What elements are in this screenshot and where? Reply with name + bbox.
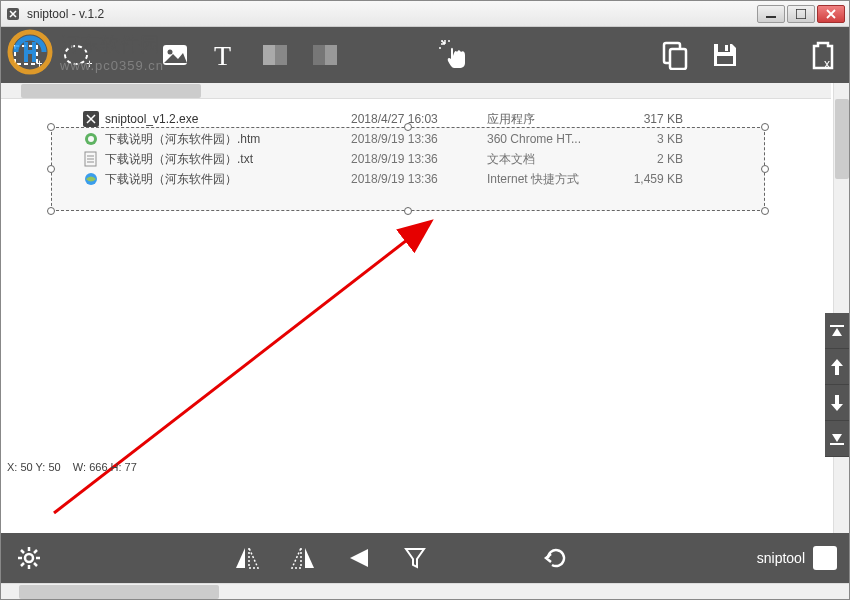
horizontal-scrollbar-bottom[interactable] (1, 583, 849, 599)
arrow-annotation (49, 213, 469, 523)
blur-tool-1-icon[interactable] (259, 39, 291, 71)
svg-rect-2 (796, 9, 806, 19)
flip-horizontal-icon[interactable] (231, 542, 263, 574)
resize-handle-n[interactable] (404, 123, 412, 131)
file-size: 317 KB (613, 112, 683, 126)
close-button[interactable] (817, 5, 845, 23)
perspective-icon[interactable] (343, 542, 375, 574)
settings-gear-icon[interactable] (13, 542, 45, 574)
vertical-scrollbar[interactable] (833, 83, 849, 533)
text-tool-icon[interactable]: T (209, 39, 241, 71)
resize-handle-s[interactable] (404, 207, 412, 215)
window-controls (757, 5, 845, 23)
brand: sniptool (757, 546, 837, 570)
svg-text:T: T (214, 40, 231, 70)
save-tool-icon[interactable] (709, 39, 741, 71)
status-coordinates: X: 50 Y: 50 W: 666 H: 77 (7, 461, 137, 473)
exe-icon (83, 111, 99, 127)
svg-point-16 (439, 47, 441, 49)
svg-rect-11 (263, 45, 275, 65)
flip-vertical-icon[interactable] (287, 542, 319, 574)
resize-handle-ne[interactable] (761, 123, 769, 131)
blur-tool-2-icon[interactable] (309, 39, 341, 71)
svg-point-34 (25, 554, 33, 562)
scroll-top-icon[interactable] (825, 313, 849, 349)
svg-line-39 (21, 550, 24, 553)
canvas[interactable]: sniptool_v1.2.exe 2018/4/27 16:03 应用程序 3… (19, 103, 829, 533)
watermark-title: 河东软件园 (60, 31, 164, 58)
side-toolbar (825, 313, 849, 457)
brand-text: sniptool (757, 550, 805, 566)
svg-rect-13 (325, 45, 337, 65)
selection-rectangle[interactable] (51, 127, 765, 211)
svg-rect-1 (766, 16, 776, 18)
pointer-tool-icon[interactable] (437, 39, 469, 71)
svg-line-40 (34, 563, 37, 566)
move-down-icon[interactable] (825, 385, 849, 421)
svg-rect-33 (830, 443, 844, 445)
svg-point-14 (441, 40, 443, 42)
copy-tool-icon[interactable] (659, 39, 691, 71)
svg-point-8 (168, 50, 173, 55)
window-frame: sniptool - v.1.2 + + T (0, 0, 850, 600)
svg-rect-21 (717, 56, 733, 64)
watermark: 河东软件园 www.pc0359.cn (6, 28, 164, 76)
svg-point-15 (448, 40, 450, 42)
resize-handle-nw[interactable] (47, 123, 55, 131)
file-type: 应用程序 (487, 111, 607, 128)
svg-text:x: x (824, 57, 830, 70)
svg-rect-32 (830, 325, 844, 327)
workspace: sniptool_v1.2.exe 2018/4/27 16:03 应用程序 3… (1, 83, 849, 533)
titlebar: sniptool - v.1.2 (1, 1, 849, 27)
app-icon (5, 6, 21, 22)
undo-icon[interactable] (539, 542, 571, 574)
resize-handle-se[interactable] (761, 207, 769, 215)
watermark-url: www.pc0359.cn (60, 58, 164, 73)
svg-line-42 (34, 550, 37, 553)
scroll-bottom-icon[interactable] (825, 421, 849, 457)
file-row: sniptool_v1.2.exe 2018/4/27 16:03 应用程序 3… (83, 109, 759, 129)
file-name: sniptool_v1.2.exe (105, 112, 345, 126)
svg-rect-18 (670, 49, 686, 69)
watermark-logo-icon (6, 28, 54, 76)
svg-rect-20 (725, 45, 728, 51)
clipboard-close-icon[interactable]: x (807, 39, 839, 71)
svg-rect-46 (24, 50, 36, 54)
resize-handle-w[interactable] (47, 165, 55, 173)
move-up-icon[interactable] (825, 349, 849, 385)
svg-rect-19 (718, 44, 730, 52)
resize-handle-e[interactable] (761, 165, 769, 173)
window-title: sniptool - v.1.2 (27, 7, 757, 21)
maximize-button[interactable] (787, 5, 815, 23)
coords-text: X: 50 Y: 50 (7, 461, 61, 473)
minimize-button[interactable] (757, 5, 785, 23)
brand-square-icon (813, 546, 837, 570)
resize-handle-sw[interactable] (47, 207, 55, 215)
funnel-filter-icon[interactable] (399, 542, 431, 574)
svg-line-41 (21, 563, 24, 566)
bottom-toolbar: sniptool (1, 533, 849, 583)
horizontal-scrollbar-top[interactable] (1, 83, 831, 99)
file-date: 2018/4/27 16:03 (351, 112, 481, 126)
dims-text: W: 666 H: 77 (73, 461, 137, 473)
